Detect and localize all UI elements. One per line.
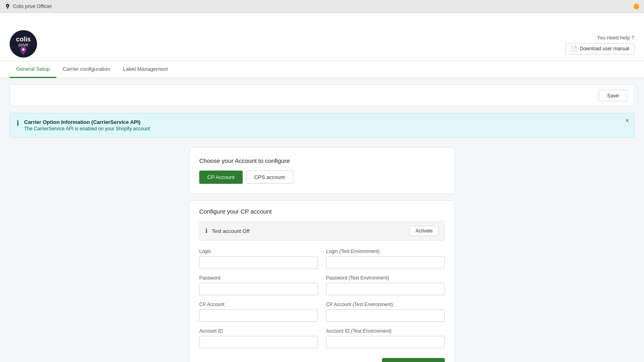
account-id-test-group: Account ID (Test Environment) — [326, 328, 445, 348]
tab-label-management[interactable]: Label Management — [117, 61, 174, 78]
tab-general-setup[interactable]: General Setup — [10, 61, 56, 78]
extension-icon — [634, 4, 639, 9]
info-banner-close-button[interactable]: × — [625, 117, 629, 124]
cp-account-field-input[interactable] — [199, 309, 318, 322]
tab-carrier-configuration[interactable]: Carrier configuration — [56, 61, 117, 78]
login-label: Login — [199, 249, 318, 254]
browser-bar: Colis privé Officiel — [0, 0, 644, 13]
browser-tab-label: Colis privé Officiel — [13, 4, 52, 9]
account-id-test-label: Account ID (Test Environment) — [326, 328, 445, 334]
test-account-bar: ℹ Test account Off Activate — [199, 221, 445, 241]
cp-account-test-label: CP Account (Test Environment) — [326, 302, 445, 307]
save-bar: Save — [10, 84, 634, 107]
test-account-label: Test account Off — [212, 228, 405, 234]
info-banner-title: Carrier Option Information (CarrierServi… — [24, 119, 150, 125]
svg-point-2 — [7, 5, 8, 6]
test-connection-button[interactable]: Test the connection — [382, 358, 445, 362]
form-grid: Login Login (Test Environment) Password … — [190, 249, 454, 358]
cp-account-button[interactable]: CP Account — [199, 171, 243, 184]
login-test-group: Login (Test Environment) — [326, 249, 445, 269]
password-label: Password — [199, 275, 318, 281]
password-test-input[interactable] — [326, 283, 445, 295]
cp-account-field-group: CP Account — [199, 302, 318, 322]
nav-tabs: General Setup Carrier configuration Labe… — [0, 61, 644, 78]
configure-card-header: Configure your CP account — [190, 201, 454, 215]
logo-svg: colis privé — [10, 30, 37, 58]
info-banner-text: The CarrierService API is enabled on you… — [24, 126, 150, 132]
logo-area: colis privé — [10, 30, 37, 61]
password-input[interactable] — [199, 283, 318, 295]
app-header: colis privé You need help ? 📄 Download u… — [0, 13, 644, 61]
configure-title: Configure your CP account — [199, 208, 445, 215]
cp-account-field-label: CP Account — [199, 302, 318, 307]
login-input[interactable] — [199, 256, 318, 269]
account-id-label: Account ID — [199, 328, 318, 334]
download-manual-button[interactable]: 📄 Download user manual — [565, 43, 634, 54]
browser-tab[interactable]: Colis privé Officiel — [5, 4, 52, 9]
account-id-group: Account ID — [199, 328, 318, 348]
logo-badge: colis privé — [10, 30, 37, 58]
account-selector-card: Choose your Account to configure CP Acco… — [189, 147, 455, 194]
configure-card: Configure your CP account ℹ Test account… — [189, 200, 455, 362]
info-icon: ℹ — [17, 119, 19, 127]
test-account-icon: ℹ — [205, 227, 208, 234]
favicon-icon — [5, 4, 10, 9]
account-buttons: CP Account CPS account — [199, 171, 445, 184]
password-test-group: Password (Test Environment) — [326, 275, 445, 295]
main-content: Save ℹ Carrier Option Information (Carri… — [0, 78, 644, 362]
carrier-api-info-banner: ℹ Carrier Option Information (CarrierSer… — [10, 113, 634, 138]
document-icon: 📄 — [570, 45, 577, 52]
activate-button[interactable]: Activate — [409, 226, 439, 236]
svg-point-8 — [22, 48, 25, 51]
info-banner-content: Carrier Option Information (CarrierServi… — [24, 119, 150, 132]
account-selector-title: Choose your Account to configure — [199, 157, 445, 164]
help-text: You need help ? — [597, 35, 634, 41]
cps-account-button[interactable]: CPS account — [246, 171, 293, 184]
account-id-test-input[interactable] — [326, 336, 445, 348]
cp-account-test-input[interactable] — [326, 309, 445, 322]
login-test-input[interactable] — [326, 256, 445, 269]
configure-footer: Test the connection — [190, 358, 454, 362]
cp-account-test-group: CP Account (Test Environment) — [326, 302, 445, 322]
svg-marker-1 — [6, 6, 9, 9]
login-group: Login — [199, 249, 318, 269]
login-test-label: Login (Test Environment) — [326, 249, 445, 254]
password-group: Password — [199, 275, 318, 295]
password-test-label: Password (Test Environment) — [326, 275, 445, 281]
save-button[interactable]: Save — [599, 90, 627, 101]
account-id-input[interactable] — [199, 336, 318, 348]
svg-text:colis: colis — [16, 36, 31, 43]
help-area: You need help ? 📄 Download user manual — [565, 35, 634, 61]
